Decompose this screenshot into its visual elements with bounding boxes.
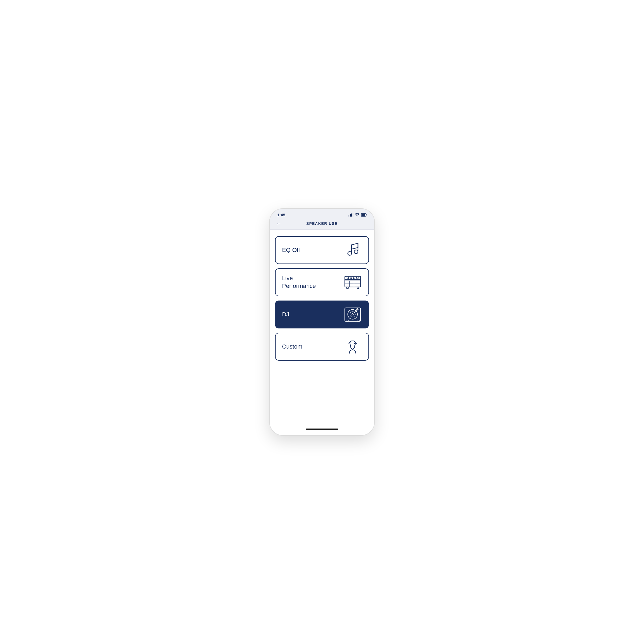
content-area: EQ Off Live Performance — [270, 230, 374, 425]
svg-rect-0 — [349, 215, 349, 217]
svg-rect-6 — [361, 214, 365, 216]
svg-point-16 — [353, 277, 355, 279]
svg-rect-30 — [346, 320, 348, 321]
svg-point-15 — [350, 277, 352, 279]
wifi-icon — [355, 213, 359, 217]
svg-point-11 — [354, 250, 358, 254]
bottom-bar — [270, 425, 374, 435]
live-performance-icon — [343, 274, 362, 290]
nav-bar: ← SPEAKER USE — [270, 219, 374, 230]
music-icon — [343, 242, 362, 258]
option-card-dj[interactable]: DJ — [275, 301, 369, 328]
custom-icon — [343, 339, 362, 355]
svg-rect-2 — [351, 214, 352, 217]
nav-title: SPEAKER USE — [306, 221, 338, 226]
dj-icon — [343, 306, 362, 323]
status-time: 1:45 — [277, 213, 285, 217]
battery-icon — [361, 213, 367, 217]
home-indicator — [306, 429, 338, 430]
back-button[interactable]: ← — [275, 219, 283, 228]
svg-point-10 — [348, 252, 352, 255]
status-icons — [349, 213, 367, 217]
svg-point-17 — [356, 277, 358, 279]
option-label-live-performance: Live Performance — [282, 275, 316, 290]
signal-icon — [349, 213, 353, 217]
option-label-dj: DJ — [282, 311, 289, 319]
option-label-eq-off: EQ Off — [282, 246, 300, 254]
svg-rect-3 — [353, 213, 353, 217]
option-card-eq-off[interactable]: EQ Off — [275, 236, 369, 264]
status-bar: 1:45 — [270, 209, 374, 219]
svg-rect-23 — [357, 287, 359, 289]
svg-rect-31 — [357, 320, 359, 321]
svg-point-14 — [347, 277, 349, 279]
svg-rect-1 — [350, 214, 351, 217]
svg-rect-22 — [347, 287, 348, 289]
option-card-custom[interactable]: Custom — [275, 333, 369, 361]
svg-rect-7 — [366, 214, 367, 215]
option-label-custom: Custom — [282, 343, 302, 351]
option-card-live-performance[interactable]: Live Performance — [275, 268, 369, 296]
svg-point-27 — [352, 314, 353, 315]
phone-frame: 1:45 — [270, 209, 374, 435]
svg-point-4 — [357, 216, 357, 217]
